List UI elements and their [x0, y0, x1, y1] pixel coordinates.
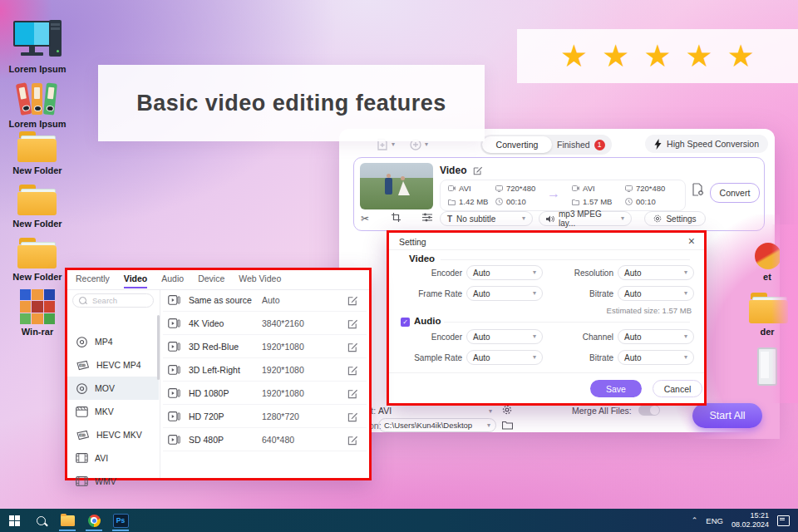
- scrollbar[interactable]: [157, 315, 160, 380]
- tab-video[interactable]: Video: [124, 273, 147, 288]
- start-all-button[interactable]: Start All: [692, 403, 762, 428]
- edit-preset-icon[interactable]: [347, 294, 358, 309]
- finished-count-badge: 1: [594, 140, 605, 150]
- src-format: AVI: [459, 184, 471, 193]
- merge-toggle[interactable]: [638, 405, 660, 416]
- tab-recently[interactable]: Recently: [76, 273, 110, 288]
- preset-3d-red-blue[interactable]: 3D Red-Blue 1920*1080: [163, 335, 367, 358]
- output-file-settings-icon[interactable]: [692, 183, 704, 199]
- video-bitrate-select[interactable]: Auto▾: [618, 286, 694, 301]
- preset-sd-480p[interactable]: SD 480P 640*480: [163, 428, 367, 451]
- audio-track-dropdown[interactable]: mp3 MPEG lay...▾: [539, 211, 632, 226]
- cancel-button[interactable]: Cancel: [653, 380, 702, 397]
- format-hevc-mp4[interactable]: HEVCHEVC MP4: [67, 353, 159, 377]
- tray-expand-icon[interactable]: ⌃: [692, 516, 698, 525]
- video-encoder-select[interactable]: Auto▾: [466, 265, 543, 280]
- tab-finished[interactable]: Finished 1: [557, 135, 605, 155]
- desktop-icon-win-rar[interactable]: Win-rar: [5, 289, 70, 337]
- format-select[interactable]: AVI: [378, 406, 392, 416]
- folder-icon: [749, 293, 789, 324]
- setting-dialog: Setting × Video Encoder Auto▾ Resolution…: [387, 230, 707, 406]
- audio-checkbox[interactable]: ✓: [401, 318, 410, 327]
- audio-channel-select[interactable]: Auto▾: [618, 329, 694, 344]
- audio-encoder-select[interactable]: Auto▾: [466, 329, 543, 344]
- right-desktop-icon[interactable]: et: [749, 243, 786, 282]
- format-mp4[interactable]: MP4: [67, 330, 159, 353]
- video-resolution-select[interactable]: Auto▾: [618, 265, 694, 280]
- format-avi[interactable]: AVI: [67, 446, 159, 470]
- dst-resolution: 720*480: [636, 184, 665, 193]
- estimated-size: Estimated size: 1.57 MB: [607, 306, 692, 315]
- video-file-icon: [168, 388, 180, 398]
- tab-converting[interactable]: Converting: [482, 136, 552, 153]
- format-picker-panel: RecentlyVideoAudioDeviceWeb Video MP4HEV…: [65, 268, 372, 480]
- photoshop-icon[interactable]: Ps: [110, 510, 131, 531]
- save-button[interactable]: Save: [590, 380, 642, 397]
- star-icon: ★: [560, 41, 588, 71]
- video-thumbnail[interactable]: [360, 163, 433, 209]
- file-explorer-icon[interactable]: [57, 510, 78, 531]
- edit-preset-icon[interactable]: [347, 387, 358, 402]
- preset-4k-video[interactable]: 4K Video 3840*2160: [163, 312, 367, 335]
- audio-bitrate-label: Bitrate: [554, 353, 613, 362]
- preset-same-as-source[interactable]: Same as source Auto: [163, 288, 367, 312]
- close-icon[interactable]: ×: [688, 234, 695, 248]
- clapper-icon: [76, 406, 88, 417]
- convert-button[interactable]: Convert: [710, 183, 760, 203]
- desktop-icon-lorem-ipsum[interactable]: Lorem Ipsum: [5, 18, 70, 74]
- format-chevron-icon[interactable]: ▾: [489, 408, 492, 415]
- item-title: Video: [440, 165, 466, 176]
- film-icon: [76, 453, 88, 463]
- edit-preset-icon[interactable]: [347, 364, 358, 379]
- rename-icon[interactable]: [473, 165, 483, 175]
- trim-icon[interactable]: ✂: [361, 214, 369, 224]
- subtitle-dropdown[interactable]: T No subtitle▾: [440, 211, 533, 226]
- search-input[interactable]: [91, 295, 144, 306]
- crop-icon[interactable]: [392, 213, 401, 224]
- tab-switcher: Converting Finished 1: [480, 135, 612, 155]
- disc-icon: [76, 382, 88, 395]
- format-mov[interactable]: MOV: [67, 377, 159, 400]
- notification-center-icon[interactable]: [777, 515, 790, 526]
- audio-samplerate-select[interactable]: Auto▾: [466, 350, 543, 365]
- desktop-icon-new-folder[interactable]: New Folder: [5, 238, 70, 282]
- video-framerate-select[interactable]: Auto▾: [466, 286, 543, 301]
- edit-preset-icon[interactable]: [347, 341, 358, 356]
- desktop-icon-new-folder[interactable]: New Folder: [5, 131, 70, 175]
- tab-web-video[interactable]: Web Video: [239, 273, 281, 288]
- preset-hd-720p[interactable]: HD 720P 1280*720: [163, 405, 367, 428]
- format-mkv[interactable]: MKV: [67, 400, 159, 423]
- high-speed-conversion-toggle[interactable]: High Speed Conversion: [645, 135, 768, 153]
- edit-preset-icon[interactable]: [347, 318, 358, 332]
- preset-3d-left-right[interactable]: 3D Left-Right 1920*1080: [163, 358, 367, 382]
- right-desktop-icon[interactable]: [749, 347, 786, 388]
- tab-device[interactable]: Device: [198, 273, 224, 288]
- desktop-icon-new-folder[interactable]: New Folder: [5, 185, 70, 229]
- format-hevc-mkv[interactable]: HEVCHEVC MKV: [67, 423, 159, 446]
- item-settings-button[interactable]: Settings: [644, 211, 706, 226]
- speaker-icon: [546, 215, 554, 223]
- tab-audio[interactable]: Audio: [161, 273, 184, 288]
- dst-size: 1.57 MB: [583, 197, 612, 206]
- disc-icon: [76, 336, 88, 348]
- lightning-icon: [654, 139, 662, 150]
- taskbar-search-icon[interactable]: [30, 510, 52, 531]
- clock[interactable]: 15:21 08.02.2024: [732, 511, 769, 530]
- search-box[interactable]: [72, 293, 154, 308]
- location-select[interactable]: C:\Users\Kun4ik\Desktop▾: [378, 418, 496, 432]
- effects-icon[interactable]: [422, 213, 432, 224]
- video-section-label: Video: [409, 254, 435, 264]
- edit-preset-icon[interactable]: [347, 411, 358, 426]
- hevc-icon: HEVC: [76, 360, 90, 371]
- format-wmv[interactable]: WMV: [67, 470, 159, 493]
- edit-preset-icon[interactable]: [347, 434, 358, 449]
- language-indicator[interactable]: ENG: [706, 516, 723, 525]
- audio-bitrate-select[interactable]: Auto▾: [618, 350, 694, 365]
- desktop-icon-lorem-ipsum[interactable]: Lorem Ipsum: [5, 78, 70, 129]
- start-button[interactable]: [3, 510, 25, 531]
- preset-hd-1080p[interactable]: HD 1080P 1920*1080: [163, 382, 367, 405]
- right-desktop-icon[interactable]: der: [749, 293, 786, 337]
- computer-icon: [12, 18, 63, 62]
- chrome-icon[interactable]: [83, 510, 105, 531]
- open-folder-icon[interactable]: [502, 418, 513, 433]
